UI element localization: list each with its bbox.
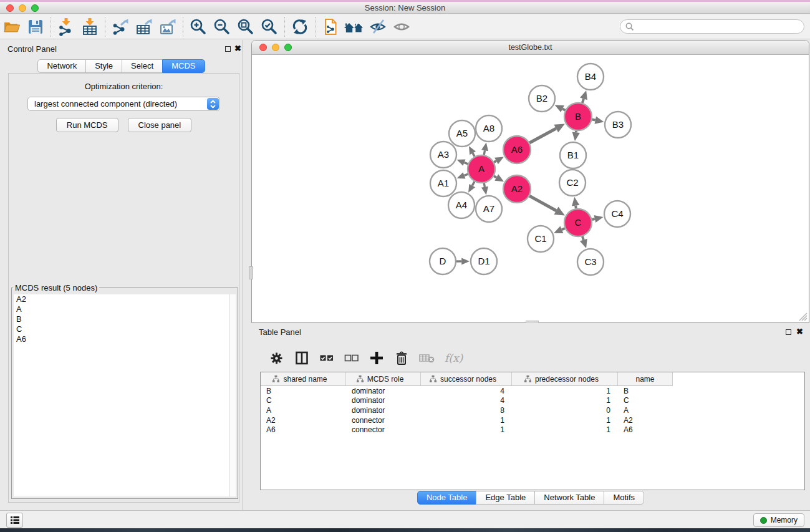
- network-canvas[interactable]: B4B2BB3B1A5A8A6A3AA1A2A4A7C2C4CC1C3DD1: [252, 56, 809, 322]
- graph-edge-C-C2[interactable]: [576, 206, 576, 209]
- graph-edge-C-C4[interactable]: [592, 219, 594, 220]
- task-history-button[interactable]: [6, 513, 23, 528]
- graph-edge-A-A2[interactable]: [494, 176, 496, 177]
- run-mcds-button[interactable]: Run MCDS: [56, 118, 118, 132]
- zoom-out-button[interactable]: [210, 16, 234, 38]
- new-network-from-selection-button[interactable]: [319, 16, 342, 38]
- table-cell[interactable]: C: [261, 396, 346, 405]
- table-row[interactable]: Bdominator41B: [261, 386, 804, 396]
- table-cell[interactable]: 1: [421, 416, 512, 425]
- home-button[interactable]: [342, 16, 366, 38]
- table-cell[interactable]: B: [261, 387, 346, 395]
- delete-row-button[interactable]: [393, 350, 410, 366]
- graph-edge-A-A7[interactable]: [484, 183, 485, 187]
- table-cell[interactable]: connector: [346, 425, 421, 434]
- column-header-name[interactable]: name: [618, 372, 673, 386]
- delete-table-button[interactable]: [418, 350, 436, 366]
- graph-edge-C-C1[interactable]: [562, 228, 565, 230]
- export-table-button[interactable]: [132, 16, 156, 38]
- deselect-all-columns-button[interactable]: [344, 350, 360, 366]
- graph-edge-B-B3[interactable]: [592, 120, 595, 120]
- import-network-button[interactable]: [54, 16, 78, 38]
- tab-mcds[interactable]: MCDS: [162, 59, 205, 73]
- table-cell[interactable]: A6: [618, 425, 673, 434]
- table-cell[interactable]: A2: [261, 416, 346, 425]
- search-input[interactable]: [635, 21, 804, 32]
- graph-edge-A-A4[interactable]: [472, 181, 475, 186]
- close-panel-icon[interactable]: ✖: [234, 44, 241, 53]
- tab-edge-table[interactable]: Edge Table: [476, 491, 535, 505]
- select-all-columns-button[interactable]: [319, 350, 335, 366]
- table-cell[interactable]: A: [618, 406, 673, 415]
- table-cell[interactable]: dominator: [346, 387, 421, 395]
- import-table-button[interactable]: [78, 16, 102, 38]
- table-row[interactable]: A6connector11A6: [261, 425, 804, 435]
- tab-select[interactable]: Select: [122, 59, 163, 73]
- graph-edge-A-A8[interactable]: [484, 150, 485, 155]
- graph-edge-A6-B[interactable]: [529, 128, 556, 143]
- table-cell[interactable]: 0: [512, 406, 618, 415]
- mcds-result-list[interactable]: A2ABCA6: [14, 294, 229, 496]
- mcds-result-item[interactable]: A2: [14, 294, 229, 304]
- column-header-successor-nodes[interactable]: successor nodes: [421, 372, 512, 386]
- table-cell[interactable]: 1: [512, 425, 618, 434]
- table-row[interactable]: Cdominator41C: [261, 396, 804, 406]
- hide-selected-button[interactable]: [366, 16, 390, 38]
- close-table-panel-icon[interactable]: ✖: [796, 327, 803, 336]
- tab-style[interactable]: Style: [85, 59, 122, 73]
- table-cell[interactable]: C: [618, 396, 673, 405]
- node-table[interactable]: shared nameMCDS rolesuccessor nodesprede…: [260, 372, 805, 490]
- add-row-button[interactable]: [369, 350, 385, 366]
- zoom-fit-button[interactable]: [234, 16, 258, 38]
- table-settings-button[interactable]: [268, 350, 285, 367]
- criterion-dropdown[interactable]: largest connected component (directed): [27, 97, 220, 111]
- table-cell[interactable]: B: [618, 387, 673, 395]
- graph-edge-A-A5[interactable]: [473, 153, 475, 156]
- search-box[interactable]: [620, 19, 804, 34]
- graph-edge-A2-C[interactable]: [529, 196, 556, 211]
- graph-edge-A-A1[interactable]: [464, 174, 468, 175]
- vertical-splitter-handle[interactable]: [249, 266, 253, 279]
- mcds-result-item[interactable]: B: [14, 314, 229, 324]
- table-row[interactable]: A2connector11A2: [261, 415, 804, 425]
- save-session-button[interactable]: [24, 16, 47, 38]
- table-cell[interactable]: dominator: [346, 396, 421, 405]
- show-all-button[interactable]: [390, 16, 413, 38]
- table-cell[interactable]: 1: [421, 425, 512, 434]
- apply-function-button[interactable]: f(x): [445, 352, 463, 364]
- result-list-scrollbar[interactable]: [229, 294, 236, 496]
- refresh-layout-button[interactable]: [288, 16, 312, 38]
- tab-motifs[interactable]: Motifs: [604, 491, 644, 505]
- graph-edge-C-C3[interactable]: [582, 236, 584, 240]
- float-table-panel-icon[interactable]: [786, 329, 791, 335]
- tab-network-table[interactable]: Network Table: [534, 491, 604, 505]
- graph-edge-B-B4[interactable]: [582, 99, 584, 103]
- column-header-predecessor-nodes[interactable]: predecessor nodes: [512, 372, 618, 386]
- table-cell[interactable]: connector: [346, 416, 421, 425]
- tab-node-table[interactable]: Node Table: [417, 491, 477, 505]
- open-session-button[interactable]: [0, 16, 24, 38]
- float-panel-icon[interactable]: [225, 46, 231, 52]
- network-window-titlebar[interactable]: testGlobe.txt: [252, 41, 809, 55]
- memory-button[interactable]: Memory: [753, 513, 804, 527]
- table-cell[interactable]: dominator: [346, 406, 421, 415]
- mcds-result-item[interactable]: A: [14, 304, 229, 314]
- mcds-result-item[interactable]: A6: [14, 334, 229, 344]
- table-cell[interactable]: 4: [421, 396, 512, 405]
- table-cell[interactable]: 8: [421, 406, 512, 415]
- table-cell[interactable]: A6: [261, 425, 346, 434]
- resize-grip[interactable]: [799, 312, 808, 321]
- export-network-button[interactable]: [108, 16, 132, 38]
- table-cell[interactable]: 1: [512, 396, 618, 405]
- show-columns-button[interactable]: [294, 350, 310, 366]
- table-cell[interactable]: 1: [512, 416, 618, 425]
- column-header-MCDS-role[interactable]: MCDS role: [346, 372, 421, 386]
- table-cell[interactable]: A: [261, 406, 346, 415]
- tab-network[interactable]: Network: [37, 59, 86, 73]
- table-cell[interactable]: A2: [618, 416, 673, 425]
- mcds-result-item[interactable]: C: [14, 324, 229, 334]
- graph-edge-B-B2[interactable]: [562, 109, 565, 110]
- table-row[interactable]: Adominator80A: [261, 405, 804, 415]
- close-panel-button[interactable]: Close panel: [128, 118, 192, 132]
- table-cell[interactable]: 1: [512, 387, 618, 395]
